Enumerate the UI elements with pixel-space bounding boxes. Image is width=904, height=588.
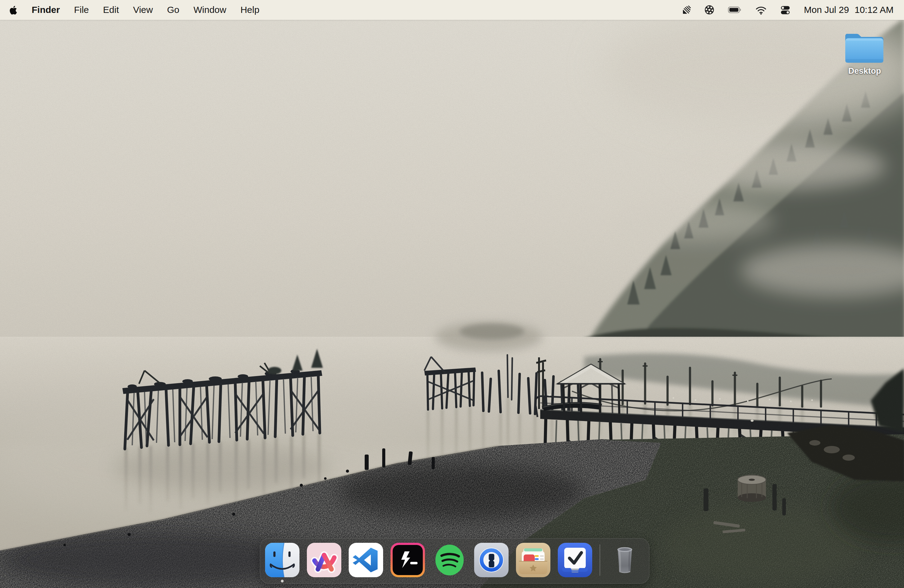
dock-arc-browser-icon[interactable]	[307, 543, 341, 577]
folder-label: Desktop	[848, 66, 881, 76]
dock-spotify-icon[interactable]	[432, 543, 467, 577]
dock-onepassword-icon[interactable]	[474, 543, 509, 577]
menu-item-go[interactable]: Go	[167, 5, 179, 15]
battery-icon[interactable]	[727, 5, 742, 15]
dock-vscode-icon[interactable]	[349, 543, 383, 577]
control-center-icon[interactable]	[780, 5, 791, 15]
cursor-hatched-icon[interactable]	[681, 5, 691, 15]
menu-item-file[interactable]: File	[74, 5, 89, 15]
aperture-icon[interactable]	[704, 5, 714, 15]
dock-card-organizer-icon[interactable]	[516, 543, 550, 577]
dock-trash-icon[interactable]	[608, 543, 642, 577]
dock	[260, 538, 650, 584]
apple-menu-icon[interactable]	[9, 5, 17, 15]
menu-item-edit[interactable]: Edit	[103, 5, 119, 15]
menu-item-window[interactable]: Window	[193, 5, 226, 15]
clock-time: 10:12 AM	[855, 5, 893, 15]
menu-item-help[interactable]: Help	[240, 5, 259, 15]
menu-bar-clock[interactable]: Mon Jul 29 10:12 AM	[804, 5, 893, 15]
folder-icon	[845, 31, 884, 65]
menu-item-view[interactable]: View	[133, 5, 153, 15]
wifi-icon[interactable]	[755, 5, 767, 15]
menu-item-finder[interactable]: Finder	[32, 5, 60, 15]
dock-things-icon[interactable]	[558, 543, 592, 577]
dock-finder-icon[interactable]	[265, 543, 299, 577]
clock-date: Mon Jul 29	[804, 5, 849, 15]
finder-running-indicator	[281, 580, 284, 582]
dock-warp-terminal-icon[interactable]	[390, 543, 425, 577]
dock-separator	[600, 544, 600, 576]
desktop-folder[interactable]: Desktop	[844, 31, 885, 76]
menu-bar: Finder File Edit View Go Window Help	[0, 0, 904, 20]
wallpaper-photo	[0, 0, 904, 588]
